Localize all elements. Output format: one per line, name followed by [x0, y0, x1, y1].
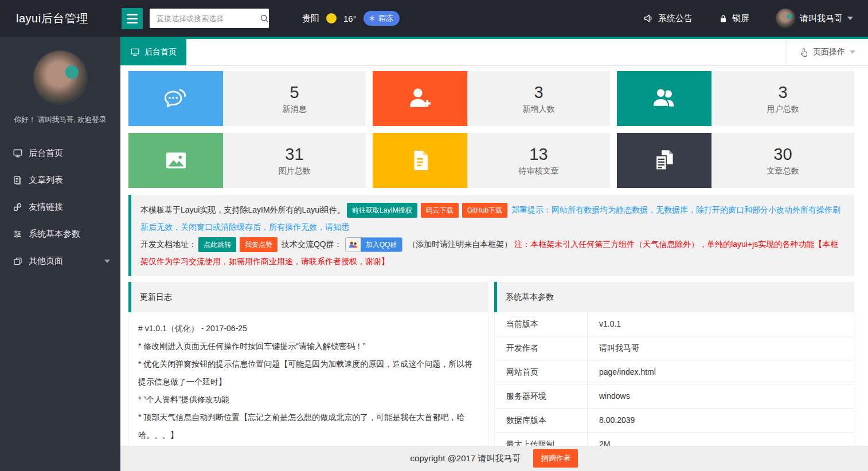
stat-card-pending-articles[interactable]: 13 待审核文章 [373, 133, 610, 188]
changelog-body: # v1.0.1（优化） - 2017-06-25 * 修改刚进入页面无任何操作… [128, 312, 488, 446]
panels-row: 更新日志 # v1.0.1（优化） - 2017-06-25 * 修改刚进入页面… [128, 282, 854, 446]
donate-button[interactable]: 捐赠作者 [533, 449, 578, 468]
users-icon [617, 71, 711, 126]
page-actions-label: 页面操作 [813, 47, 845, 57]
table-row: 开发作者请叫我马哥 [495, 336, 854, 360]
qq-group-label: 技术交流QQ群： [281, 240, 342, 249]
table-row: 网站首页page/index.html [495, 360, 854, 384]
user-add-icon [373, 71, 467, 126]
sidebar-item-links[interactable]: 友情链接 [0, 194, 120, 221]
sidebar-nav: 后台首页 文章列表 友情链接 系统基本参数 [0, 140, 120, 274]
sidebar-item-label: 文章列表 [29, 175, 63, 186]
sidebar-item-other-pages[interactable]: 其他页面 [0, 248, 120, 274]
stat-card-new-users[interactable]: 3 新增人数 [373, 71, 610, 126]
changelog-entry: # v1.0.1（优化） - 2017-06-25 [138, 320, 479, 337]
layim-auth-button[interactable]: 前往获取LayIM授权 [347, 203, 417, 218]
stat-value: 3 [778, 83, 787, 102]
notice-intro: 本模板基于Layui实现，支持除LayIM外所有的Layui组件。 [140, 205, 345, 214]
stat-value: 13 [529, 145, 548, 164]
chevron-down-icon [850, 50, 855, 54]
github-download-button[interactable]: GitHub下载 [462, 203, 507, 218]
weather-city: 贵阳 [302, 13, 319, 24]
sidebar-item-label: 后台首页 [29, 148, 63, 159]
top-header: layui后台管理 贵阳 16° 霜冻 [0, 0, 868, 37]
join-qq-group-button[interactable]: 加入QQ群 [345, 237, 403, 252]
changelog-entry: * “个人资料”提供修改功能 [138, 391, 479, 409]
page-content: 5 新消息 3 新增人数 [120, 66, 868, 446]
app-logo[interactable]: layui后台管理 [0, 11, 120, 26]
menu-toggle-button[interactable] [122, 8, 143, 29]
sidebar: 你好！ 请叫我马哥, 欢迎登录 后台首页 文章列表 友情链接 [0, 37, 120, 471]
stat-label: 图片总数 [279, 166, 311, 176]
lock-icon [719, 14, 728, 23]
page-actions-dropdown[interactable]: 页面操作 [786, 39, 868, 65]
changelog-title: 更新日志 [128, 282, 488, 312]
search-icon[interactable] [260, 14, 269, 23]
sysparams-panel: 系统基本参数 当前版本v1.0.1 开发作者请叫我马哥 网站首页page/ind… [494, 282, 854, 446]
sidebar-item-articles[interactable]: 文章列表 [0, 167, 120, 194]
doc-icon [373, 133, 467, 188]
announcement-label: 系统公告 [658, 13, 693, 24]
table-row: 数据库版本8.00.2039 [495, 409, 854, 433]
gitee-download-button[interactable]: 码云下载 [421, 203, 459, 218]
tab-home[interactable]: 后台首页 [120, 39, 186, 65]
tab-label: 后台首页 [144, 47, 177, 57]
avatar [776, 9, 795, 28]
link-icon [12, 202, 23, 212]
stat-label: 文章总数 [767, 166, 799, 176]
stat-value: 30 [773, 145, 792, 164]
stat-label: 待审核文章 [519, 166, 559, 176]
stat-card-total-users[interactable]: 3 用户总数 [617, 71, 854, 126]
sidebar-item-home[interactable]: 后台首页 [0, 140, 120, 167]
sun-icon [326, 13, 337, 23]
stat-card-total-images[interactable]: 31 图片总数 [128, 133, 366, 188]
lock-screen-button[interactable]: 锁屏 [719, 13, 749, 24]
like-button[interactable]: 我要点赞 [240, 237, 277, 252]
chat-icon [128, 71, 223, 126]
header-actions: 系统公告 锁屏 请叫我马哥 [617, 9, 868, 28]
pages-icon [12, 257, 23, 266]
qq-button-label: 加入QQ群 [361, 238, 402, 252]
footer: copyright @2017 请叫我马哥 捐赠作者 [120, 446, 868, 471]
stat-value: 5 [290, 83, 299, 102]
article-icon [12, 175, 23, 185]
chevron-down-icon [847, 17, 853, 20]
sidebar-item-params[interactable]: 系统基本参数 [0, 221, 120, 248]
stat-label: 新增人数 [523, 104, 555, 115]
stat-value: 3 [534, 83, 543, 102]
app-window: layui后台管理 贵阳 16° 霜冻 [0, 0, 868, 471]
docs-icon [617, 133, 711, 188]
frost-icon [369, 15, 376, 22]
sysparams-title: 系统基本参数 [494, 282, 854, 312]
notice-block: 本模板基于Layui实现，支持除LayIM外所有的Layui组件。前往获取Lay… [128, 195, 854, 276]
qq-note: （添加时请注明来自本框架） [408, 240, 512, 249]
stat-card-total-articles[interactable]: 30 文章总数 [617, 133, 854, 188]
monitor-icon [130, 48, 140, 57]
weather-widget: 贵阳 16° 霜冻 [302, 11, 400, 26]
sidebar-item-label: 系统基本参数 [29, 229, 80, 240]
docs-label: 开发文档地址： [140, 240, 197, 249]
weather-alert-label: 霜冻 [378, 13, 393, 23]
chevron-down-icon [104, 260, 110, 263]
table-row: 最大上传限制2M [495, 433, 854, 446]
hamburger-icon [127, 14, 138, 15]
announcement-button[interactable]: 系统公告 [643, 13, 693, 24]
image-icon [128, 133, 223, 188]
username: 请叫我马哥 [800, 13, 843, 24]
sysparams-table: 当前版本v1.0.1 开发作者请叫我马哥 网站首页page/index.html… [495, 312, 854, 446]
docs-jump-button[interactable]: 点此跳转 [198, 237, 236, 252]
stat-label: 新消息 [283, 104, 307, 115]
changelog-panel: 更新日志 # v1.0.1（优化） - 2017-06-25 * 修改刚进入页面… [128, 282, 488, 446]
changelog-entry: * 修改刚进入页面无任何操作时按回车键提示“请输入解锁密码！” [138, 337, 479, 355]
stat-card-new-messages[interactable]: 5 新消息 [128, 71, 366, 126]
changelog-entry: * 顶部天气信息自动判断位置【忘记之前是怎么想的做成北京的了，可能是我在大首都吧… [138, 409, 479, 444]
table-row: 当前版本v1.0.1 [495, 312, 854, 336]
stat-label: 用户总数 [767, 104, 799, 115]
qq-group-icon [346, 238, 361, 252]
stat-value: 31 [285, 145, 303, 164]
weather-temp: 16° [343, 14, 357, 23]
user-menu[interactable]: 请叫我马哥 [776, 9, 853, 28]
monitor-icon [12, 148, 23, 158]
search-input[interactable] [150, 14, 260, 23]
user-avatar[interactable] [34, 51, 87, 104]
